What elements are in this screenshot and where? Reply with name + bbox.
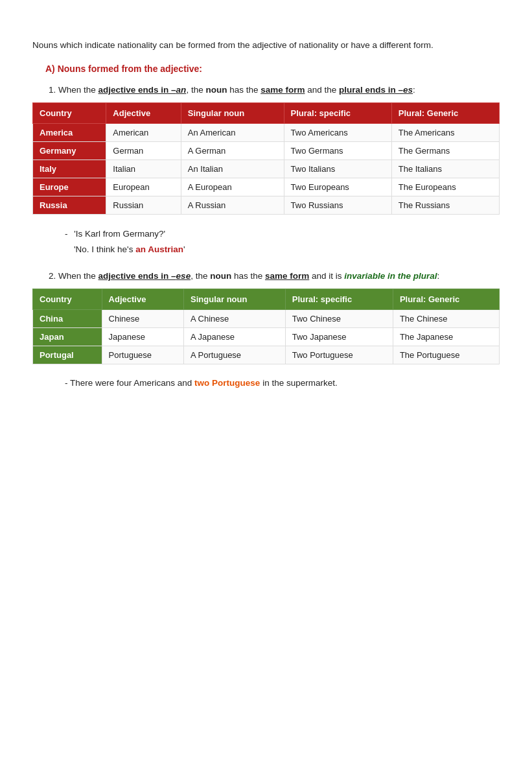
table-row-country: China	[33, 310, 102, 328]
table-row-cell: A Russian	[181, 196, 284, 214]
table-row-cell: Italian	[106, 160, 181, 178]
table-row-cell: Two Germans	[284, 141, 391, 160]
col-header-plural-generic-2: Plural: Generic	[393, 289, 499, 310]
table-row-country: Portugal	[33, 346, 102, 364]
table-row-cell: A Portuguese	[184, 346, 286, 364]
rule-2-text: When the adjective ends in –ese, the nou…	[58, 269, 500, 283]
table-row: AmericaAmericanAn AmericanTwo AmericansT…	[33, 123, 500, 141]
table-row-cell: An Italian	[181, 160, 284, 178]
table-row-cell: Two Italians	[284, 160, 391, 178]
table-row-cell: Two Japanese	[285, 328, 393, 346]
col-header-singular: Singular noun	[181, 102, 284, 123]
section-a-heading: A) Nouns formed from the adjective:	[45, 64, 500, 74]
table-row: JapanJapaneseA JapaneseTwo JapaneseThe J…	[33, 328, 500, 346]
example-text-before: There were four Americans and	[70, 378, 194, 388]
table-row-cell: Two Chinese	[285, 310, 393, 328]
table-row-cell: The Japanese	[393, 328, 499, 346]
table-row-cell: The Europeans	[391, 178, 499, 196]
table-row-country: Europe	[33, 178, 106, 196]
table-row-country: Italy	[33, 160, 106, 178]
table-row-cell: Japanese	[102, 328, 183, 346]
table-row-cell: Chinese	[102, 310, 183, 328]
rule-1-text: When the adjective ends in –an, the noun…	[58, 83, 500, 97]
table-row-cell: European	[106, 178, 181, 196]
table-row-cell: The Chinese	[393, 310, 499, 328]
table-row-cell: Two Americans	[284, 123, 391, 141]
table-row-cell: The Russians	[391, 196, 499, 214]
col-header-adjective: Adjective	[106, 102, 181, 123]
table-row-cell: The Italians	[391, 160, 499, 178]
col-header-country-2: Country	[33, 289, 102, 310]
example-bold-portuguese: two Portuguese	[194, 378, 260, 388]
table-row-country: Germany	[33, 141, 106, 160]
col-header-adjective-2: Adjective	[102, 289, 183, 310]
col-header-plural-specific-2: Plural: specific	[285, 289, 393, 310]
quote-line-1: - 'Is Karl from Germany?'	[65, 226, 500, 242]
table-row-country: America	[33, 123, 106, 141]
table-row-cell: A European	[181, 178, 284, 196]
table-row-cell: A Japanese	[184, 328, 286, 346]
table-row-cell: The Germans	[391, 141, 499, 160]
table-row: ChinaChineseA ChineseTwo ChineseThe Chin…	[33, 310, 500, 328]
table-row-cell: Two Europeans	[284, 178, 391, 196]
table-row-cell: Portuguese	[102, 346, 183, 364]
nationality-table-an: Country Adjective Singular noun Plural: …	[32, 102, 500, 215]
table-row: ItalyItalianAn ItalianTwo ItaliansThe It…	[33, 160, 500, 178]
table-row: RussiaRussianA RussianTwo RussiansThe Ru…	[33, 196, 500, 214]
col-header-plural-generic: Plural: Generic	[391, 102, 499, 123]
nationality-table-ese: Country Adjective Singular noun Plural: …	[32, 289, 500, 364]
col-header-singular-2: Singular noun	[184, 289, 286, 310]
col-header-country: Country	[33, 102, 106, 123]
col-header-plural-specific: Plural: specific	[284, 102, 391, 123]
table-row: GermanyGermanA GermanTwo GermansThe Germ…	[33, 141, 500, 160]
table-row-cell: Two Russians	[284, 196, 391, 214]
example-block: - There were four Americans and two Port…	[65, 376, 500, 390]
table-row-cell: German	[106, 141, 181, 160]
table-row-cell: American	[106, 123, 181, 141]
table-row-cell: The Americans	[391, 123, 499, 141]
bold-austrian: an Austrian	[135, 244, 183, 254]
table-row-country: Japan	[33, 328, 102, 346]
table-row-cell: A Chinese	[184, 310, 286, 328]
table-row-cell: A German	[181, 141, 284, 160]
table-row-cell: An American	[181, 123, 284, 141]
table-row: EuropeEuropeanA EuropeanTwo EuropeansThe…	[33, 178, 500, 196]
intro-paragraph: Nouns which indicate nationality can be …	[32, 39, 500, 52]
table-row-cell: Russian	[106, 196, 181, 214]
example-text-after: in the supermarket.	[260, 378, 337, 388]
table-row-cell: Two Portuguese	[285, 346, 393, 364]
quote-block: - 'Is Karl from Germany?' 'No. I think h…	[65, 226, 500, 258]
table-row: PortugalPortugueseA PortugueseTwo Portug…	[33, 346, 500, 364]
table-row-cell: The Portuguese	[393, 346, 499, 364]
table-row-country: Russia	[33, 196, 106, 214]
quote-line-2: 'No. I think he's an Austrian'	[74, 242, 500, 257]
